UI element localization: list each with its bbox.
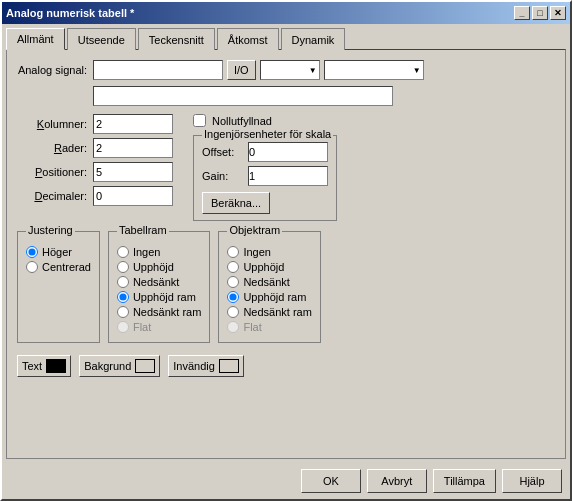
analog-signal-label: Analog signal:	[17, 64, 87, 76]
decimaler-label: Decimaler:	[17, 190, 87, 202]
justering-group: Justering Höger Centrerad	[17, 231, 100, 343]
signal-dropdown1[interactable]: ▼	[260, 60, 320, 80]
title-bar: Analog numerisk tabell * _ □ ✕	[2, 2, 570, 24]
invandid-color-swatch	[219, 359, 239, 373]
tab-utseende-label: Utseende	[78, 34, 125, 46]
objektram-group: Objektram Ingen Upphöjd Nedsänkt	[218, 231, 320, 343]
engineering-group-title: Ingenjörsenheter för skala	[202, 128, 333, 140]
objektram-upphojd[interactable]: Upphöjd	[227, 261, 311, 273]
justering-hoger[interactable]: Höger	[26, 246, 91, 258]
tabellram-upphojd-label: Upphöjd	[133, 261, 174, 273]
objektram-flat-radio	[227, 321, 239, 333]
tabellram-nedsankt-ram-label: Nedsänkt ram	[133, 306, 201, 318]
objektram-nedsankt-ram-radio[interactable]	[227, 306, 239, 318]
maximize-button[interactable]: □	[532, 6, 548, 20]
justering-centrerad-radio[interactable]	[26, 261, 38, 273]
positioner-label: Positioner:	[17, 166, 87, 178]
help-button[interactable]: Hjälp	[502, 469, 562, 493]
objektram-nedsankt-label: Nedsänkt	[243, 276, 289, 288]
signal-controls: I/O ▼ ▼	[93, 60, 424, 80]
tabellram-nedsankt-radio[interactable]	[117, 276, 129, 288]
tabellram-ingen[interactable]: Ingen	[117, 246, 201, 258]
gain-input[interactable]: 1	[248, 166, 328, 186]
tab-teckensnitt-label: Teckensnitt	[149, 34, 204, 46]
invandid-color-button[interactable]: Invändig	[168, 355, 244, 377]
nollutfyllnad-checkbox[interactable]	[193, 114, 206, 127]
tabellram-ingen-label: Ingen	[133, 246, 161, 258]
window-content: Allmänt Utseende Teckensnitt Åtkomst Dyn…	[2, 24, 570, 463]
text-color-label: Text	[22, 360, 42, 372]
tabellram-upphojd-ram-label: Upphöjd ram	[133, 291, 196, 303]
justering-hoger-label: Höger	[42, 246, 72, 258]
apply-button[interactable]: Tillämpa	[433, 469, 496, 493]
cancel-button[interactable]: Avbryt	[367, 469, 427, 493]
minimize-button[interactable]: _	[514, 6, 530, 20]
justering-centrerad-label: Centrerad	[42, 261, 91, 273]
gain-row: Gain: 1	[202, 166, 328, 186]
objektram-upphojd-ram-radio[interactable]	[227, 291, 239, 303]
background-color-button[interactable]: Bakgrund	[79, 355, 160, 377]
calculate-button[interactable]: Beräkna...	[202, 192, 270, 214]
signal-text-row	[17, 86, 555, 106]
close-button[interactable]: ✕	[550, 6, 566, 20]
rader-label: Rader:	[17, 142, 87, 154]
chevron-down-icon2: ▼	[413, 66, 421, 75]
tabellram-upphojd-radio[interactable]	[117, 261, 129, 273]
objektram-nedsankt-radio[interactable]	[227, 276, 239, 288]
tabellram-nedsankt-ram-radio[interactable]	[117, 306, 129, 318]
objektram-upphojd-radio[interactable]	[227, 261, 239, 273]
tabellram-nedsankt-label: Nedsänkt	[133, 276, 179, 288]
window-title: Analog numerisk tabell *	[6, 7, 134, 19]
tabellram-ingen-radio[interactable]	[117, 246, 129, 258]
signal-input[interactable]	[93, 60, 223, 80]
numbers-left: Kolumner: 2 Rader: 2 Positioner: 5 Decim…	[17, 114, 173, 221]
objektram-upphojd-ram-label: Upphöjd ram	[243, 291, 306, 303]
background-color-swatch	[135, 359, 155, 373]
tab-allman-label: Allmänt	[17, 33, 54, 45]
invandid-color-label: Invändig	[173, 360, 215, 372]
text-color-button[interactable]: Text	[17, 355, 71, 377]
tabellram-flat-label: Flat	[133, 321, 151, 333]
tabellram-upphojd[interactable]: Upphöjd	[117, 261, 201, 273]
justering-hoger-radio[interactable]	[26, 246, 38, 258]
objektram-nedsankt-ram[interactable]: Nedsänkt ram	[227, 306, 311, 318]
signal-dropdown2[interactable]: ▼	[324, 60, 424, 80]
objektram-ingen[interactable]: Ingen	[227, 246, 311, 258]
io-button[interactable]: I/O	[227, 60, 256, 80]
justering-centrerad[interactable]: Centrerad	[26, 261, 91, 273]
background-color-label: Bakgrund	[84, 360, 131, 372]
tabellram-nedsankt[interactable]: Nedsänkt	[117, 276, 201, 288]
numbers-right: Nollutfyllnad Ingenjörsenheter för skala…	[193, 114, 337, 221]
objektram-flat-label: Flat	[243, 321, 261, 333]
lower-section: Justering Höger Centrerad Tabellram	[17, 231, 555, 343]
engineering-group: Ingenjörsenheter för skala Offset: 0 Gai…	[193, 135, 337, 221]
positioner-input[interactable]: 5	[93, 162, 173, 182]
decimaler-row: Decimaler: 0	[17, 186, 173, 206]
kolumner-input[interactable]: 2	[93, 114, 173, 134]
objektram-ingen-radio[interactable]	[227, 246, 239, 258]
color-row: Text Bakgrund Invändig	[17, 355, 555, 377]
offset-label: Offset:	[202, 146, 242, 158]
signal-text-input[interactable]	[93, 86, 393, 106]
tab-dynamik[interactable]: Dynamik	[281, 28, 346, 50]
tabellram-upphojd-ram[interactable]: Upphöjd ram	[117, 291, 201, 303]
nollutfyllnad-label: Nollutfyllnad	[212, 115, 272, 127]
tabellram-upphojd-ram-radio[interactable]	[117, 291, 129, 303]
rader-input[interactable]: 2	[93, 138, 173, 158]
tab-teckensnitt[interactable]: Teckensnitt	[138, 28, 215, 50]
objektram-upphojd-ram[interactable]: Upphöjd ram	[227, 291, 311, 303]
offset-input[interactable]: 0	[248, 142, 328, 162]
decimaler-input[interactable]: 0	[93, 186, 173, 206]
tab-atkomst-label: Åtkomst	[228, 34, 268, 46]
objektram-nedsankt[interactable]: Nedsänkt	[227, 276, 311, 288]
tab-utseende[interactable]: Utseende	[67, 28, 136, 50]
offset-row: Offset: 0	[202, 142, 328, 162]
tabellram-nedsankt-ram[interactable]: Nedsänkt ram	[117, 306, 201, 318]
tab-dynamik-label: Dynamik	[292, 34, 335, 46]
tabellram-flat: Flat	[117, 321, 201, 333]
nollutfyllnad-row: Nollutfyllnad	[193, 114, 337, 127]
tab-atkomst[interactable]: Åtkomst	[217, 28, 279, 50]
tab-allman[interactable]: Allmänt	[6, 28, 65, 50]
ok-button[interactable]: OK	[301, 469, 361, 493]
rader-row: Rader: 2	[17, 138, 173, 158]
